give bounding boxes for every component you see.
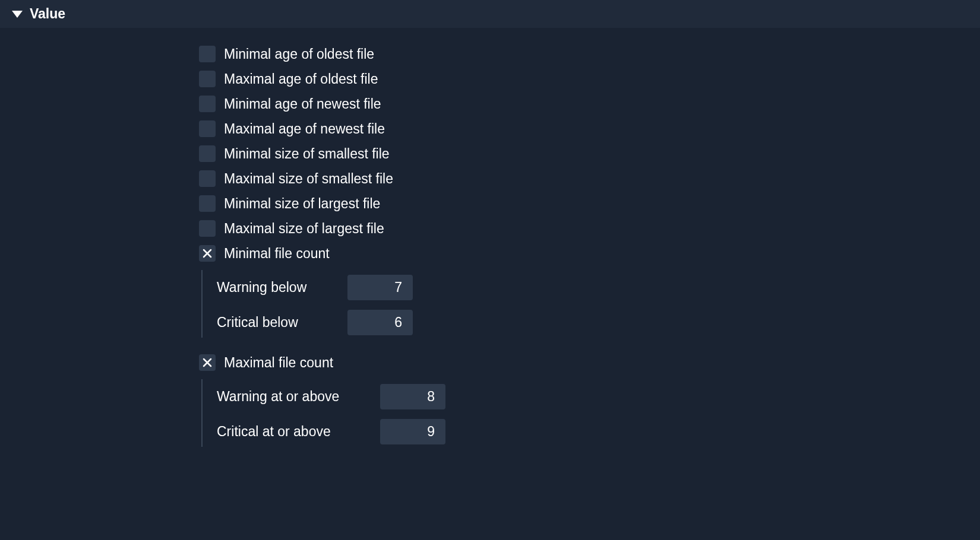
- row-critical-at-or-above: Critical at or above: [217, 419, 980, 444]
- checkbox-max-size-largest[interactable]: [199, 220, 216, 237]
- label-min-file-count: Minimal file count: [224, 246, 330, 262]
- option-min-size-smallest: Minimal size of smallest file: [199, 145, 980, 162]
- option-min-file-count: Minimal file count: [199, 245, 980, 262]
- sub-options-min-file-count: Warning below Critical below: [201, 270, 980, 338]
- label-critical-below: Critical below: [217, 315, 347, 331]
- label-critical-at-or-above: Critical at or above: [217, 424, 380, 440]
- option-min-age-newest: Minimal age of newest file: [199, 96, 980, 112]
- label-warning-below: Warning below: [217, 279, 347, 296]
- input-critical-below[interactable]: [347, 310, 413, 335]
- checkbox-min-size-smallest[interactable]: [199, 145, 216, 162]
- label-max-size-smallest: Maximal size of smallest file: [224, 171, 393, 187]
- option-min-size-largest: Minimal size of largest file: [199, 195, 980, 212]
- label-max-file-count: Maximal file count: [224, 355, 333, 371]
- option-max-age-oldest: Maximal age of oldest file: [199, 71, 980, 87]
- checkbox-min-age-oldest[interactable]: [199, 46, 216, 62]
- row-critical-below: Critical below: [217, 310, 980, 335]
- label-min-size-smallest: Minimal size of smallest file: [224, 146, 390, 162]
- label-max-age-oldest: Maximal age of oldest file: [224, 71, 378, 87]
- sub-options-max-file-count: Warning at or above Critical at or above: [201, 379, 980, 447]
- checkbox-max-age-oldest[interactable]: [199, 71, 216, 87]
- label-max-size-largest: Maximal size of largest file: [224, 221, 384, 237]
- checkbox-min-file-count[interactable]: [199, 245, 216, 262]
- input-critical-at-or-above[interactable]: [380, 419, 445, 444]
- section-header[interactable]: Value: [0, 0, 980, 28]
- options-container: Minimal age of oldest file Maximal age o…: [0, 28, 980, 447]
- collapse-icon: [12, 11, 23, 18]
- checkbox-min-age-newest[interactable]: [199, 96, 216, 112]
- option-max-size-smallest: Maximal size of smallest file: [199, 170, 980, 187]
- section-title: Value: [30, 6, 65, 22]
- row-warning-below: Warning below: [217, 275, 980, 300]
- label-min-age-oldest: Minimal age of oldest file: [224, 46, 374, 62]
- option-max-size-largest: Maximal size of largest file: [199, 220, 980, 237]
- input-warning-below[interactable]: [347, 275, 413, 300]
- label-min-size-largest: Minimal size of largest file: [224, 196, 380, 212]
- label-max-age-newest: Maximal age of newest file: [224, 121, 385, 137]
- row-warning-at-or-above: Warning at or above: [217, 384, 980, 409]
- label-min-age-newest: Minimal age of newest file: [224, 96, 381, 112]
- option-max-file-count: Maximal file count: [199, 354, 980, 371]
- label-warning-at-or-above: Warning at or above: [217, 389, 380, 405]
- option-min-age-oldest: Minimal age of oldest file: [199, 46, 980, 62]
- checkbox-max-age-newest[interactable]: [199, 120, 216, 137]
- checkbox-max-file-count[interactable]: [199, 354, 216, 371]
- checkbox-min-size-largest[interactable]: [199, 195, 216, 212]
- option-max-age-newest: Maximal age of newest file: [199, 120, 980, 137]
- checkbox-max-size-smallest[interactable]: [199, 170, 216, 187]
- input-warning-at-or-above[interactable]: [380, 384, 445, 409]
